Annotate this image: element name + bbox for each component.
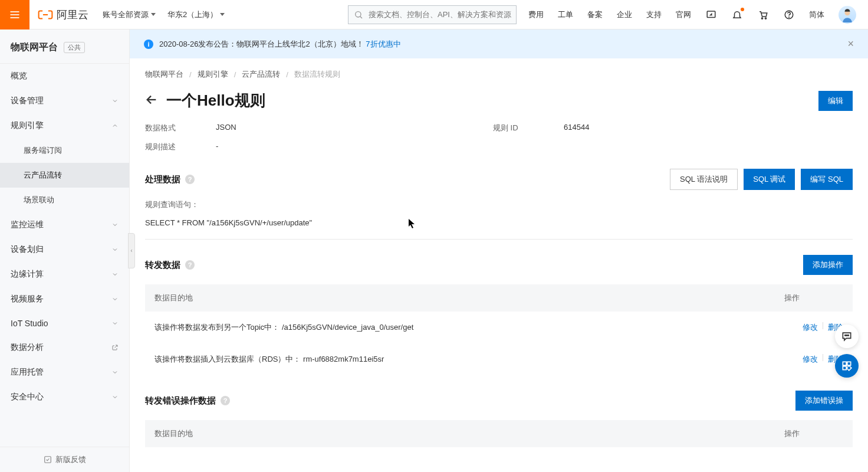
table-row: 该操作将数据插入到云数据库（RDS）中： rm-uf6882mk7m11ei5s… (145, 343, 853, 375)
language-switch[interactable]: 简体 (809, 9, 824, 20)
col-operation: 操作 (784, 428, 843, 439)
destination-text: 该操作将数据发布到另一个Topic中： /a156Kj5sGVN/device_… (154, 322, 784, 333)
chat-button[interactable] (835, 324, 859, 348)
region-label: 华东2（上海） (167, 9, 218, 20)
region-dropdown[interactable]: 华东2（上海） (162, 9, 231, 20)
edit-button[interactable]: 编辑 (818, 91, 853, 111)
help-icon[interactable] (783, 9, 795, 21)
sidebar-item-app-hosting[interactable]: 应用托管 (0, 360, 129, 385)
help-tooltip-icon[interactable]: ? (185, 175, 195, 184)
svg-rect-19 (847, 366, 851, 371)
sidebar-item-monitor[interactable]: 监控运维 (0, 212, 129, 237)
account-scope-dropdown[interactable]: 账号全部资源 (97, 9, 162, 20)
svg-point-3 (356, 11, 361, 17)
feedback-icon (44, 455, 52, 464)
announcement-link[interactable]: 7折优惠中 (366, 40, 400, 48)
forward-data-section: 转发数据 ? 添加操作 数据目的地 操作 该操作将数据发布到另一个Topic中：… (145, 255, 853, 375)
topbar: 阿里云 账号全部资源 华东2（上海） 费用 工单 备案 企业 支持 官网 简体 (0, 0, 868, 30)
info-icon: i (144, 40, 153, 49)
nav-fees[interactable]: 费用 (528, 9, 544, 20)
page-header: 一个Hello规则 编辑 (145, 90, 853, 111)
section-title: 转发错误操作数据 (145, 395, 216, 407)
sidebar-item-label: 设备划归 (11, 244, 44, 255)
rule-info: 数据格式 JSON 规则 ID 614544 规则描述 - (145, 123, 853, 152)
sidebar-item-cloud-forward[interactable]: 云产品流转 (0, 163, 129, 188)
page-title: 一个Hello规则 (166, 90, 265, 111)
divider (145, 239, 853, 240)
feedback-label: 新版反馈 (55, 454, 86, 465)
sidebar-item-security[interactable]: 安全中心 (0, 385, 129, 409)
public-badge: 公共 (64, 42, 85, 53)
sidebar-item-overview[interactable]: 概览 (0, 64, 129, 88)
user-avatar[interactable] (839, 6, 856, 24)
nav-website[interactable]: 官网 (676, 9, 691, 20)
chevron-down-icon (111, 271, 119, 278)
ruleid-value: 614544 (564, 123, 853, 133)
sql-debug-button[interactable]: SQL 调试 (744, 169, 795, 190)
apps-icon (841, 360, 853, 372)
bell-icon[interactable] (731, 9, 743, 21)
search-input[interactable] (369, 10, 516, 19)
nav-support[interactable]: 支持 (646, 9, 662, 20)
svg-point-14 (846, 335, 847, 336)
account-scope-label: 账号全部资源 (103, 9, 149, 20)
nav-beian[interactable]: 备案 (587, 9, 603, 20)
add-error-operation-button[interactable]: 添加错误操 (795, 391, 853, 411)
hamburger-menu[interactable] (0, 0, 29, 30)
sidebar-collapse-handle[interactable] (128, 233, 135, 268)
breadcrumb-item[interactable]: 物联网平台 (145, 69, 183, 80)
help-tooltip-icon[interactable]: ? (185, 260, 195, 270)
help-tooltip-icon[interactable]: ? (221, 396, 230, 405)
chevron-down-icon (111, 369, 119, 376)
global-search[interactable] (348, 5, 517, 24)
external-link-icon (111, 344, 119, 351)
sidebar-item-video[interactable]: 视频服务 (0, 287, 129, 312)
sidebar: 物联网平台 公共 概览 设备管理 规则引擎 服务端订阅 云产品流转 场景联动 监… (0, 30, 130, 472)
screen-icon[interactable] (705, 9, 717, 21)
edit-link[interactable]: 修改 (803, 354, 818, 365)
edit-link[interactable]: 修改 (803, 322, 818, 333)
sidebar-item-server-sub[interactable]: 服务端订阅 (0, 138, 129, 163)
col-operation: 操作 (784, 293, 843, 303)
divider (823, 322, 823, 329)
format-label: 数据格式 (145, 123, 216, 133)
announcement-banner: i 2020-08-26发布公告：物联网平台上线华北2（北京）地域！ 7折优惠中… (130, 30, 868, 58)
chevron-down-icon (111, 97, 119, 104)
sidebar-item-edge[interactable]: 边缘计算 (0, 262, 129, 287)
chevron-down-icon (111, 296, 119, 303)
close-icon[interactable]: × (847, 38, 854, 50)
chat-icon (841, 330, 853, 342)
chevron-down-icon (111, 320, 119, 327)
desc-label: 规则描述 (145, 142, 216, 152)
sidebar-item-scene[interactable]: 场景联动 (0, 188, 129, 212)
sql-syntax-button[interactable]: SQL 语法说明 (670, 169, 738, 190)
back-button[interactable] (145, 93, 158, 108)
sidebar-item-device-mgmt[interactable]: 设备管理 (0, 88, 129, 113)
nav-tickets[interactable]: 工单 (558, 9, 573, 20)
breadcrumb-item[interactable]: 规则引擎 (198, 69, 228, 80)
sidebar-item-label: 服务端订阅 (24, 145, 62, 156)
main-content: i 2020-08-26发布公告：物联网平台上线华北2（北京）地域！ 7折优惠中… (130, 30, 868, 472)
sidebar-item-rule-engine[interactable]: 规则引擎 (0, 113, 129, 138)
sidebar-item-label: 视频服务 (11, 294, 44, 304)
write-sql-button[interactable]: 编写 SQL (801, 169, 853, 190)
forward-table-header: 数据目的地 操作 (145, 284, 853, 312)
sidebar-item-data-analysis[interactable]: 数据分析 (0, 335, 129, 360)
add-operation-button[interactable]: 添加操作 (803, 255, 853, 275)
cart-icon[interactable] (757, 9, 769, 21)
sidebar-feedback[interactable]: 新版反馈 (0, 447, 129, 472)
breadcrumb-item[interactable]: 云产品流转 (242, 69, 280, 80)
ruleid-label: 规则 ID (493, 123, 564, 133)
sidebar-item-device-assign[interactable]: 设备划归 (0, 237, 129, 262)
format-value: JSON (216, 123, 493, 133)
chevron-down-icon (111, 394, 119, 401)
sidebar-item-iot-studio[interactable]: IoT Studio (0, 312, 129, 335)
error-table-header: 数据目的地 操作 (145, 420, 853, 447)
sidebar-item-label: 云产品流转 (24, 170, 62, 181)
svg-point-6 (761, 17, 762, 18)
nav-enterprise[interactable]: 企业 (617, 9, 632, 20)
process-data-section: 处理数据 ? SQL 语法说明 SQL 调试 编写 SQL 规则查询语句： SE… (145, 169, 853, 240)
section-title: 转发数据 (145, 260, 180, 271)
apps-button[interactable] (835, 354, 859, 378)
brand-logo[interactable]: 阿里云 (29, 7, 97, 22)
